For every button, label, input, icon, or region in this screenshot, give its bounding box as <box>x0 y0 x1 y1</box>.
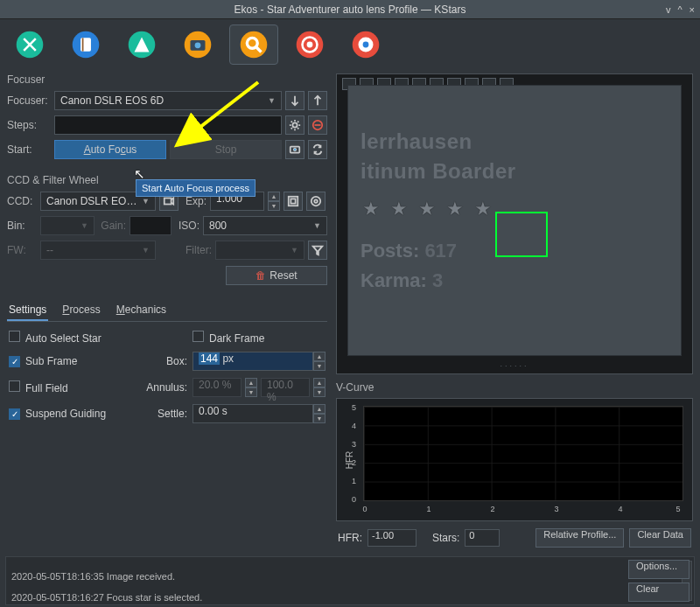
gain-input <box>130 216 172 235</box>
titlebar: Ekos - Star Adventurer auto lens Profile… <box>0 0 700 19</box>
star-icon: ★ <box>390 198 408 220</box>
clear-button[interactable]: Clear <box>628 583 690 602</box>
auto-focus-tooltip: Start Auto Focus process <box>136 179 256 197</box>
log-area[interactable]: 2020-05-05T18:16:35 Image received. 2020… <box>5 556 695 605</box>
fw-label: FW: <box>7 244 37 256</box>
close-icon[interactable]: × <box>690 4 695 15</box>
steps-label: Steps: <box>7 119 51 131</box>
exp-spinner[interactable]: ▲▼ <box>268 192 280 211</box>
tab-settings[interactable]: Settings <box>7 300 48 321</box>
log-line: 2020-05-05T18:16:27 Focus star is select… <box>11 592 202 603</box>
filter-label: Filter: <box>182 244 212 256</box>
annulus-inner-spin: ▲▼ <box>245 378 257 397</box>
focuser-group-title: Focuser <box>5 70 329 88</box>
settle-spinner[interactable]: ▲▼ <box>313 404 326 423</box>
subframe-icon[interactable] <box>284 192 303 211</box>
vcurve-chart: HFR 5 4 3 2 1 0 0 1 2 3 4 5 <box>336 398 693 521</box>
steps-input[interactable] <box>54 115 282 135</box>
svg-point-16 <box>363 42 369 48</box>
filter-combo: ▼ <box>215 241 304 260</box>
module-capture[interactable] <box>173 24 222 65</box>
module-setup[interactable] <box>5 24 54 65</box>
svg-rect-23 <box>289 197 298 206</box>
resize-handle-icon[interactable]: ······ <box>500 361 528 370</box>
full-field-check[interactable]: Full Field <box>9 380 140 394</box>
svg-point-17 <box>292 122 297 127</box>
tab-mechanics[interactable]: Mechanics <box>115 300 168 321</box>
module-guide[interactable] <box>341 24 390 65</box>
maximize-icon[interactable]: ^ <box>677 4 682 15</box>
focus-out-button[interactable] <box>308 91 327 110</box>
tab-process[interactable]: Process <box>60 300 102 321</box>
focuser-label: Focuser: <box>7 94 51 107</box>
stop-button: Stop <box>170 140 282 159</box>
fw-combo: --▼ <box>40 241 156 260</box>
chevron-down-icon: ▼ <box>142 246 150 255</box>
focus-selection-box[interactable] <box>495 212 548 257</box>
chevron-down-icon: ▼ <box>290 246 298 255</box>
iso-combo[interactable]: 800▼ <box>203 216 327 235</box>
exp-label: Exp: <box>182 195 206 207</box>
relative-profile-button[interactable]: Relative Profile... <box>536 528 624 548</box>
svg-point-21 <box>293 148 297 151</box>
suspend-guiding-check[interactable]: ✓Suspend Guiding <box>9 408 140 421</box>
stars-value: 0 <box>465 529 500 547</box>
star-icon: ★ <box>446 198 464 220</box>
framing-button[interactable] <box>285 140 304 159</box>
module-mount[interactable] <box>117 24 166 65</box>
annulus-label: Annulus: <box>140 381 192 394</box>
svg-point-13 <box>307 42 313 48</box>
vcurve-title: V-Curve <box>334 378 695 396</box>
fullframe-icon[interactable] <box>306 192 326 211</box>
svg-rect-24 <box>290 199 295 203</box>
star-icon: ★ <box>474 198 492 220</box>
module-align[interactable] <box>285 24 334 65</box>
options-button[interactable]: Options... <box>628 560 690 579</box>
star-icon: ★ <box>418 198 436 220</box>
minimize-icon[interactable]: v <box>666 4 671 15</box>
svg-point-8 <box>241 31 268 59</box>
chevron-down-icon: ▼ <box>80 221 88 230</box>
box-label: Box: <box>140 355 192 367</box>
bin-combo: ▼ <box>40 216 94 235</box>
loop-button[interactable] <box>308 140 327 159</box>
module-scheduler[interactable] <box>61 24 110 65</box>
svg-point-7 <box>195 42 201 48</box>
sub-frame-check[interactable]: ✓Sub Frame <box>9 355 140 368</box>
gain-label: Gain: <box>98 220 126 232</box>
annulus-inner-input: 20.0 % <box>192 378 242 397</box>
box-input[interactable]: 144 px <box>192 352 313 371</box>
module-focus[interactable] <box>229 24 278 65</box>
trash-icon: 🗑 <box>256 269 266 282</box>
stars-label: Stars: <box>432 532 459 544</box>
module-toolbar <box>0 19 700 68</box>
ccd-label: CCD: <box>7 195 37 207</box>
svg-point-25 <box>312 197 321 206</box>
chevron-down-icon: ▼ <box>268 96 276 105</box>
chevron-down-icon: ▼ <box>142 197 150 206</box>
annulus-outer-input: 100.0 % <box>261 378 310 397</box>
clear-data-button[interactable]: Clear Data <box>629 528 691 548</box>
log-line: 2020-05-05T18:16:35 Image received. <box>11 571 175 582</box>
preview-area[interactable]: lerrhausen itinum Boarder ★ ★ ★ ★ ★ Post… <box>336 73 693 374</box>
focuser-combo[interactable]: Canon DSLR EOS 6D▼ <box>54 91 282 110</box>
gear-icon[interactable] <box>285 115 304 135</box>
filter-settings-button[interactable] <box>308 241 327 260</box>
dark-frame-check[interactable]: Dark Frame <box>192 331 326 345</box>
chevron-down-icon: ▼ <box>313 221 321 230</box>
box-spinner[interactable]: ▲▼ <box>313 352 326 371</box>
hfr-value: -1.00 <box>368 529 416 547</box>
stop-icon[interactable] <box>308 115 327 135</box>
window-title: Ekos - Star Adventurer auto lens Profile… <box>234 3 466 16</box>
settle-label: Settle: <box>140 408 192 420</box>
reset-button[interactable]: 🗑 Reset <box>226 266 327 285</box>
tabs: Settings Process Mechanics <box>7 300 327 322</box>
iso-label: ISO: <box>175 220 200 232</box>
hfr-label: HFR: <box>338 532 362 544</box>
settle-input[interactable]: 0.00 s <box>192 404 313 423</box>
annulus-outer-spin: ▲▼ <box>313 378 326 397</box>
auto-select-star-check[interactable]: Auto Select Star <box>9 331 140 345</box>
svg-point-26 <box>314 199 318 203</box>
focus-in-button[interactable] <box>285 91 304 110</box>
auto-focus-button[interactable]: Auto Focus <box>54 140 166 159</box>
